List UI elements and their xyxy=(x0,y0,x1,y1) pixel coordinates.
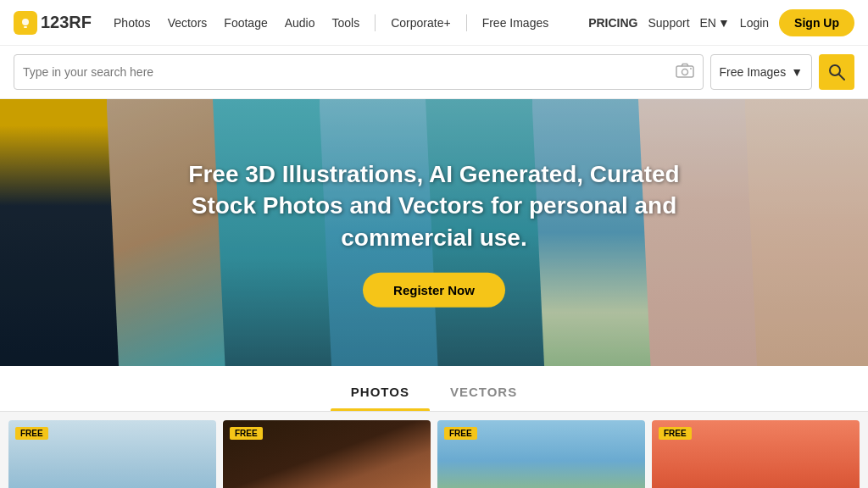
thumbnail-item-1[interactable]: FREE xyxy=(8,420,216,488)
content-tabs: PHOTOS VECTORS xyxy=(0,366,868,412)
svg-point-4 xyxy=(682,69,687,75)
signup-button[interactable]: Sign Up xyxy=(779,9,854,36)
filter-label: Free Images xyxy=(720,65,787,79)
search-input-wrapper xyxy=(14,54,704,90)
free-badge-2: FREE xyxy=(230,427,263,440)
hero-title: Free 3D Illustrations, AI Generated, Cur… xyxy=(180,158,688,253)
pricing-link[interactable]: PRICING xyxy=(588,16,637,30)
nav-item-free-images[interactable]: Free Images xyxy=(474,15,558,30)
hero-text-block: Free 3D Illustrations, AI Generated, Cur… xyxy=(180,158,688,307)
search-input[interactable] xyxy=(23,65,676,79)
svg-rect-2 xyxy=(24,26,27,28)
nav-item-footage[interactable]: Footage xyxy=(215,15,275,30)
camera-icon[interactable] xyxy=(676,63,694,82)
svg-point-1 xyxy=(22,19,29,25)
free-badge-3: FREE xyxy=(444,427,477,440)
thumbnails-row: FREE FREE FREE FREE xyxy=(0,412,868,488)
search-bar: Free Images ▼ xyxy=(0,46,868,99)
thumbnail-item-3[interactable]: FREE xyxy=(437,420,645,488)
nav-right: PRICING Support EN ▼ Login Sign Up xyxy=(588,9,854,36)
search-filter-dropdown[interactable]: Free Images ▼ xyxy=(710,54,812,90)
navbar: 123RF Photos Vectors Footage Audio Tools… xyxy=(0,0,868,46)
search-button[interactable] xyxy=(819,54,854,90)
free-badge-4: FREE xyxy=(659,427,692,440)
nav-separator xyxy=(375,14,376,31)
logo-link[interactable]: 123RF xyxy=(14,11,92,35)
free-badge-1: FREE xyxy=(15,427,48,440)
hero-banner: Free 3D Illustrations, AI Generated, Cur… xyxy=(0,99,868,366)
chevron-down-icon: ▼ xyxy=(718,16,730,30)
nav-separator-2 xyxy=(466,14,467,31)
logo-icon xyxy=(14,11,37,35)
svg-line-7 xyxy=(839,75,844,80)
nav-item-audio[interactable]: Audio xyxy=(276,15,324,30)
nav-item-corporate[interactable]: Corporate+ xyxy=(382,15,459,30)
svg-point-5 xyxy=(690,68,692,69)
nav-item-tools[interactable]: Tools xyxy=(324,15,369,30)
nav-item-vectors[interactable]: Vectors xyxy=(159,15,216,30)
language-selector[interactable]: EN ▼ xyxy=(700,16,730,30)
register-button[interactable]: Register Now xyxy=(363,273,505,308)
svg-point-6 xyxy=(830,65,840,75)
tab-vectors[interactable]: VECTORS xyxy=(430,378,537,411)
chevron-down-icon: ▼ xyxy=(791,65,803,79)
login-link[interactable]: Login xyxy=(740,16,769,30)
nav-item-photos[interactable]: Photos xyxy=(105,15,159,30)
thumbnail-item-2[interactable]: FREE xyxy=(223,420,431,488)
nav-links: Photos Vectors Footage Audio Tools Corpo… xyxy=(105,14,557,31)
thumbnail-item-4[interactable]: FREE xyxy=(652,420,860,488)
support-link[interactable]: Support xyxy=(648,16,689,30)
logo-text: 123RF xyxy=(41,13,92,32)
tab-photos[interactable]: PHOTOS xyxy=(331,378,430,411)
